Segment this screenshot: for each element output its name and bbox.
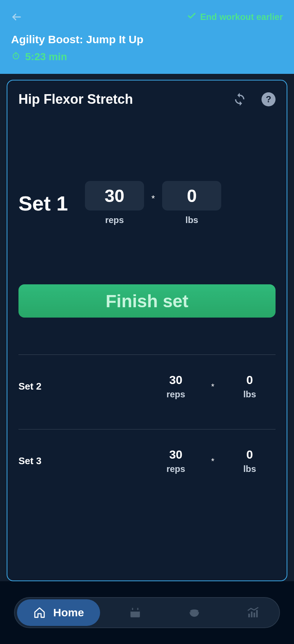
finish-set-button[interactable]: Finish set [18, 284, 276, 318]
set-2-weight-unit: lbs [243, 389, 256, 400]
reps-column: 30 reps [85, 181, 144, 225]
reps-unit: reps [105, 215, 124, 225]
set-3-weight: 0 [246, 448, 253, 462]
home-icon [33, 606, 46, 619]
header: End workout earlier Agility Boost: Jump … [0, 0, 294, 74]
set-3-reps-unit: reps [167, 464, 185, 474]
set-2-label: Set 2 [18, 381, 92, 392]
weight-unit: lbs [185, 215, 198, 225]
content-area: Hip Flexor Stretch ? Set 1 30 reps * 0 [0, 74, 294, 581]
check-icon [187, 11, 196, 23]
svg-rect-9 [256, 610, 258, 617]
timer-row: 5:23 min [11, 51, 283, 63]
bottom-nav-area: Home [0, 581, 294, 644]
card-icons: ? [233, 92, 276, 106]
nav-home-label: Home [53, 606, 84, 619]
card-header: Hip Flexor Stretch ? [18, 92, 276, 107]
set-2-weight: 0 [246, 373, 253, 387]
header-top-row: End workout earlier [11, 11, 283, 23]
set-3-reps: 30 [169, 448, 182, 462]
nav-stats[interactable] [229, 606, 277, 619]
svg-point-5 [190, 610, 198, 613]
nav-home[interactable]: Home [17, 599, 100, 626]
current-set-label: Set 1 [18, 191, 85, 215]
multiply-symbol: * [151, 193, 155, 213]
set-3-label: Set 3 [18, 455, 92, 467]
exercise-card: Hip Flexor Stretch ? Set 1 30 reps * 0 [7, 80, 287, 581]
set-2-reps-col: 30 reps [150, 373, 202, 400]
multiply-symbol: * [202, 456, 224, 466]
weight-value: 0 [187, 186, 197, 206]
back-arrow-icon[interactable] [11, 11, 22, 23]
exercise-name: Hip Flexor Stretch [18, 92, 133, 107]
end-workout-label: End workout earlier [200, 12, 283, 22]
end-workout-button[interactable]: End workout earlier [187, 11, 283, 23]
set-3-weight-unit: lbs [243, 464, 256, 474]
timer-text: 5:23 min [25, 51, 67, 63]
set-row-3[interactable]: Set 3 30 reps * 0 lbs [18, 444, 276, 485]
divider [18, 429, 276, 429]
set-2-weight-col: 0 lbs [224, 373, 276, 400]
divider [18, 354, 276, 355]
weight-input[interactable]: 0 [162, 181, 221, 210]
nav-calendar[interactable] [111, 606, 159, 619]
calendar-icon [129, 606, 141, 619]
set-row-2[interactable]: Set 2 30 reps * 0 lbs [18, 370, 276, 411]
reps-input[interactable]: 30 [85, 181, 144, 210]
set-2-reps-unit: reps [167, 389, 185, 400]
chart-icon [247, 606, 259, 619]
stopwatch-icon [11, 51, 21, 62]
set-3-reps-col: 30 reps [150, 448, 202, 474]
nav-pill: Home [14, 597, 280, 628]
set-2-reps: 30 [169, 373, 182, 387]
workout-title: Agility Boost: Jump It Up [11, 33, 283, 46]
refresh-icon[interactable] [233, 92, 247, 106]
reps-value: 30 [105, 186, 124, 206]
svg-rect-7 [251, 612, 253, 617]
svg-rect-8 [254, 613, 255, 617]
svg-rect-2 [130, 609, 140, 612]
multiply-symbol: * [202, 382, 224, 391]
svg-rect-6 [248, 614, 250, 617]
weight-column: 0 lbs [162, 181, 221, 225]
nav-meals[interactable] [170, 606, 218, 619]
help-icon[interactable]: ? [261, 92, 276, 106]
set-3-weight-col: 0 lbs [224, 448, 276, 474]
current-set-row: Set 1 30 reps * 0 lbs [18, 181, 276, 225]
bowl-icon [188, 606, 201, 619]
